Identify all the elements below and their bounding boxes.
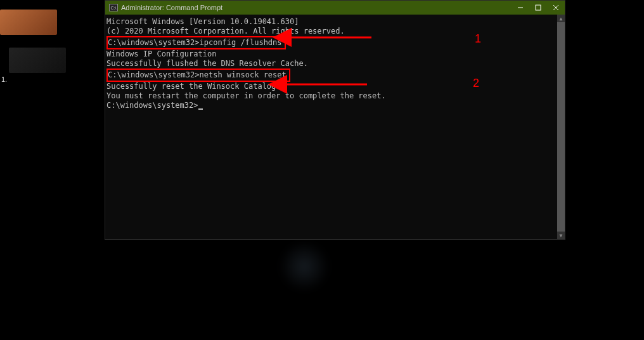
prompt: C:\windows\system32> — [108, 38, 200, 47]
terminal-line: (c) 2020 Microsoft Corporation. All righ… — [106, 27, 564, 36]
minimize-button[interactable] — [512, 1, 529, 15]
background-blur — [279, 241, 330, 292]
highlight-box-2: C:\windows\system32>netsh winsock reset — [106, 69, 290, 82]
thumbnail-image — [0, 10, 57, 35]
scroll-up-arrow-icon[interactable]: ▲ — [557, 15, 565, 22]
scrollbar[interactable]: ▲ ▼ — [557, 15, 565, 239]
command-input: netsh winsock reset — [200, 70, 287, 79]
cursor — [198, 108, 203, 110]
annotation-number: 2 — [473, 77, 479, 90]
terminal-line: You must restart the computer in order t… — [106, 91, 564, 101]
terminal-line: Windows IP Configuration — [106, 49, 564, 59]
terminal-line: C:\windows\system32>ipconfig /flushdns — [106, 36, 564, 49]
prompt: C:\windows\system32> — [108, 70, 200, 79]
terminal-area[interactable]: Microsoft Windows [Version 10.0.19041.63… — [105, 15, 565, 239]
prompt: C:\windows\system32> — [106, 101, 198, 110]
cmd-icon: C:\ — [109, 4, 118, 11]
side-thumbnail-2: 1. — [0, 48, 76, 73]
terminal-line: Microsoft Windows [Version 10.0.19041.63… — [106, 17, 564, 27]
close-button[interactable] — [547, 1, 565, 15]
titlebar[interactable]: C:\ Administrator: Command Prompt — [105, 1, 565, 15]
maximize-button[interactable] — [529, 1, 547, 15]
terminal-line: C:\windows\system32>netsh winsock reset — [106, 69, 564, 82]
annotation-number: 1 — [475, 32, 481, 46]
thumbnail-image — [9, 48, 66, 73]
terminal-line: Successfully flushed the DNS Resolver Ca… — [106, 59, 564, 69]
window-title: Administrator: Command Prompt — [121, 4, 222, 11]
command-prompt-window: C:\ Administrator: Command Prompt Micros… — [105, 0, 565, 240]
scroll-down-arrow-icon[interactable]: ▼ — [557, 232, 565, 239]
terminal-line: Sucessfully reset the Winsock Catalog. — [106, 82, 564, 91]
thumbnail-number: 1. — [1, 75, 7, 83]
highlight-box-1: C:\windows\system32>ipconfig /flushdns — [106, 36, 286, 49]
terminal-line: C:\windows\system32> — [106, 101, 564, 110]
scroll-thumb[interactable] — [557, 22, 565, 232]
command-input: ipconfig /flushdns — [200, 38, 282, 47]
side-thumbnail-1 — [0, 10, 76, 35]
svg-rect-1 — [536, 5, 541, 10]
